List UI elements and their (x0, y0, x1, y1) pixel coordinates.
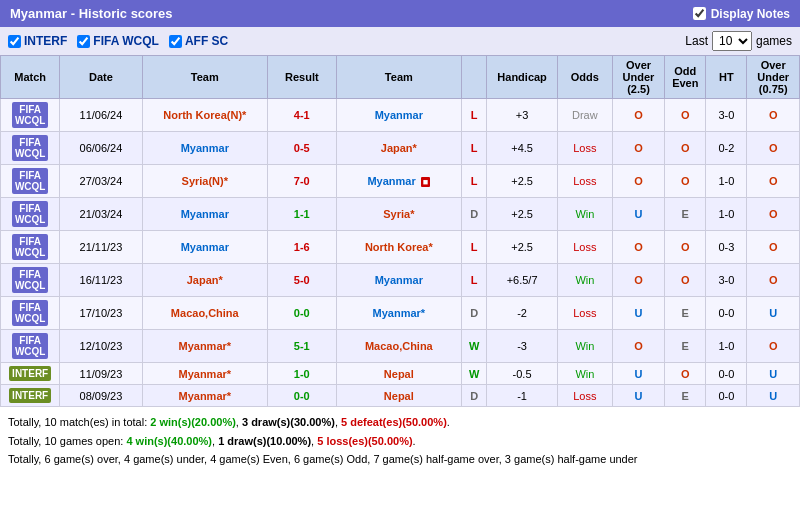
ou25-cell: O (612, 99, 665, 132)
result-cell: 5-1 (268, 330, 336, 363)
result-cell: 0-0 (268, 297, 336, 330)
ou25-cell: U (612, 363, 665, 385)
team2-cell: Syria* (336, 198, 462, 231)
team1-cell: Myanmar (142, 132, 268, 165)
ou25-cell: O (612, 165, 665, 198)
outcome-cell: D (462, 198, 487, 231)
result-cell: 0-5 (268, 132, 336, 165)
ht075-cell: O (747, 99, 800, 132)
summary-line2: Totally, 10 games open: 4 win(s)(40.00%)… (8, 432, 792, 451)
handicap-cell: -2 (487, 297, 558, 330)
last-games-control: Last 10 5 15 20 All games (685, 31, 792, 51)
handicap-cell: +2.5 (487, 165, 558, 198)
team1-cell: Myanmar (142, 198, 268, 231)
ht075-cell: O (747, 231, 800, 264)
display-notes-checkbox[interactable] (693, 7, 706, 20)
aff-sc-label: AFF SC (185, 34, 228, 48)
odds-cell: Win (557, 330, 612, 363)
result-cell: 0-0 (268, 385, 336, 407)
odds-cell: Loss (557, 231, 612, 264)
col-ou25: Over Under (2.5) (612, 56, 665, 99)
summary-section: Totally, 10 match(es) in total: 2 win(s)… (0, 407, 800, 475)
table-row: INTERF 08/09/23 Myanmar* 0-0 Nepal D -1 … (1, 385, 800, 407)
table-row: FIFAWCQL 16/11/23 Japan* 5-0 Myanmar L +… (1, 264, 800, 297)
team2-cell: Myanmar ■ (336, 165, 462, 198)
date-cell: 12/10/23 (60, 330, 142, 363)
outcome-cell: D (462, 297, 487, 330)
ht-cell: 0-0 (706, 363, 747, 385)
team2-cell: Macao,China (336, 330, 462, 363)
ht-cell: 0-0 (706, 385, 747, 407)
team1-cell: Japan* (142, 264, 268, 297)
odds-cell: Loss (557, 297, 612, 330)
handicap-cell: -1 (487, 385, 558, 407)
match-type-cell: FIFAWCQL (1, 198, 60, 231)
odds-cell: Loss (557, 385, 612, 407)
team2-cell: Myanmar* (336, 297, 462, 330)
handicap-cell: +4.5 (487, 132, 558, 165)
oddeven-cell: O (665, 363, 706, 385)
fifa-wcql-label: FIFA WCQL (93, 34, 159, 48)
red-card-icon: ■ (421, 177, 430, 187)
ou25-cell: O (612, 132, 665, 165)
match-type-cell: INTERF (1, 385, 60, 407)
ou25-cell: U (612, 297, 665, 330)
outcome-cell: D (462, 385, 487, 407)
oddeven-cell: O (665, 99, 706, 132)
outcome-cell: L (462, 99, 487, 132)
team1-cell: Myanmar* (142, 363, 268, 385)
filter-fifa-wcql[interactable]: FIFA WCQL (77, 34, 159, 48)
handicap-cell: +2.5 (487, 198, 558, 231)
date-cell: 16/11/23 (60, 264, 142, 297)
table-row: FIFAWCQL 27/03/24 Syria(N)* 7-0 Myanmar … (1, 165, 800, 198)
outcome-cell: L (462, 132, 487, 165)
odds-cell: Win (557, 198, 612, 231)
ht-cell: 1-0 (706, 330, 747, 363)
ht075-cell: O (747, 330, 800, 363)
col-ht: HT (706, 56, 747, 99)
team2-cell: Myanmar (336, 264, 462, 297)
match-type-cell: FIFAWCQL (1, 165, 60, 198)
table-row: FIFAWCQL 21/03/24 Myanmar 1-1 Syria* D +… (1, 198, 800, 231)
ht-cell: 3-0 (706, 264, 747, 297)
filter-bar: INTERF FIFA WCQL AFF SC Last 10 5 15 20 … (0, 27, 800, 55)
outcome-cell: W (462, 330, 487, 363)
outcome-cell: L (462, 165, 487, 198)
page-title: Myanmar - Historic scores (10, 6, 173, 21)
oddeven-cell: O (665, 132, 706, 165)
ou25-cell: O (612, 264, 665, 297)
team1-cell: Myanmar* (142, 385, 268, 407)
handicap-cell: +2.5 (487, 231, 558, 264)
outcome-cell: L (462, 231, 487, 264)
last-games-select[interactable]: 10 5 15 20 All (712, 31, 752, 51)
col-date: Date (60, 56, 142, 99)
interf-label: INTERF (24, 34, 67, 48)
match-type-cell: FIFAWCQL (1, 231, 60, 264)
scores-table: Match Date Team Result Team Handicap Odd… (0, 55, 800, 407)
col-team2: Team (336, 56, 462, 99)
date-cell: 08/09/23 (60, 385, 142, 407)
result-cell: 5-0 (268, 264, 336, 297)
team2-cell: Myanmar (336, 99, 462, 132)
match-type-cell: FIFAWCQL (1, 297, 60, 330)
ht075-cell: O (747, 165, 800, 198)
ou25-cell: O (612, 231, 665, 264)
handicap-cell: +3 (487, 99, 558, 132)
ht075-cell: O (747, 132, 800, 165)
ht-cell: 1-0 (706, 165, 747, 198)
team1-cell: Syria(N)* (142, 165, 268, 198)
filter-aff-sc[interactable]: AFF SC (169, 34, 228, 48)
team2-cell: Nepal (336, 363, 462, 385)
table-row: FIFAWCQL 21/11/23 Myanmar 1-6 North Kore… (1, 231, 800, 264)
oddeven-cell: E (665, 297, 706, 330)
ou25-cell: O (612, 330, 665, 363)
odds-cell: Win (557, 363, 612, 385)
date-cell: 17/10/23 (60, 297, 142, 330)
col-handicap: Handicap (487, 56, 558, 99)
team1-cell: Macao,China (142, 297, 268, 330)
table-row: FIFAWCQL 11/06/24 North Korea(N)* 4-1 My… (1, 99, 800, 132)
result-cell: 1-0 (268, 363, 336, 385)
result-cell: 1-6 (268, 231, 336, 264)
match-type-cell: FIFAWCQL (1, 99, 60, 132)
filter-interf[interactable]: INTERF (8, 34, 67, 48)
